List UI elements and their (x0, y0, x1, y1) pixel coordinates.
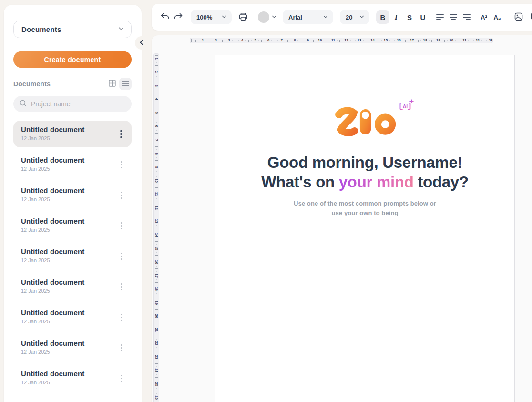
document-kebab-menu-button[interactable] (116, 159, 126, 170)
subscript-button[interactable]: A₂ (491, 10, 504, 24)
workspace-select-value: Documents (21, 25, 118, 33)
document-kebab-menu-button[interactable] (116, 251, 126, 261)
document-title: Untitled document (21, 278, 124, 286)
subtitle-line1: Use one of the most common prompts below… (294, 200, 436, 207)
list-view-button[interactable] (119, 78, 132, 90)
italic-button[interactable]: I (389, 10, 403, 24)
document-kebab-menu-button[interactable] (116, 129, 126, 139)
greeting-heading: Good morning, Username! What's on your m… (261, 153, 469, 192)
document-title: Untitled document (21, 370, 124, 378)
insert-table-button[interactable] (528, 10, 532, 24)
chevron-down-icon (323, 14, 328, 21)
printer-icon (238, 12, 248, 23)
list-view-icon (122, 81, 129, 88)
align-left-button[interactable] (433, 10, 447, 24)
document-kebab-menu-button[interactable] (116, 312, 126, 322)
text-color-picker[interactable] (258, 11, 277, 23)
document-date: 12 Jan 2025 (21, 380, 124, 385)
documents-list-header-label: Documents (13, 80, 106, 88)
document-list-item[interactable]: Untitled document 12 Jan 2025 (13, 182, 132, 208)
document-list-item[interactable]: Untitled document 12 Jan 2025 (13, 121, 132, 147)
align-right-icon (463, 14, 471, 20)
document-kebab-menu-button[interactable] (116, 190, 126, 200)
document-date: 12 Jan 2025 (21, 288, 124, 294)
chevron-down-icon (118, 25, 124, 34)
subtitle-line2: use your own to being (331, 209, 398, 216)
greeting-line1: Good morning, Username! (267, 154, 462, 171)
bold-button[interactable]: B (376, 10, 389, 24)
document-list-item[interactable]: Untitled document 12 Jan 2025 (13, 334, 132, 361)
document-kebab-menu-button[interactable] (116, 342, 126, 353)
editor-area: 1234567891011121314151617181920212223 12… (152, 35, 532, 402)
create-document-button[interactable]: Create document (13, 51, 132, 68)
document-date: 12 Jan 2025 (21, 349, 124, 355)
greeting-highlight: your mind (339, 173, 414, 191)
plus-sparkle-icon (410, 100, 413, 103)
grid-view-icon (108, 79, 116, 89)
font-size-value: 20 (346, 14, 359, 21)
document-kebab-menu-button[interactable] (116, 281, 126, 292)
horizontal-ruler: 1234567891011121314151617181920212223 (190, 38, 493, 43)
document-list-item[interactable]: Untitled document 12 Jan 2025 (13, 365, 132, 392)
document-title: Untitled document (21, 339, 124, 347)
toolbar-divider (254, 10, 254, 24)
svg-text:AI: AI (402, 103, 408, 109)
search-icon (20, 100, 27, 109)
document-title: Untitled document (21, 309, 124, 317)
document-title: Untitled document (21, 125, 124, 134)
document-title: Untitled document (21, 156, 124, 164)
document-list-item[interactable]: Untitled document 12 Jan 2025 (13, 304, 132, 330)
undo-button[interactable] (158, 10, 172, 24)
greeting-subtitle: Use one of the most common prompts below… (294, 199, 436, 218)
greeting-line2-suffix: today? (414, 173, 469, 191)
document-list-item[interactable]: Untitled document 12 Jan 2025 (13, 151, 132, 178)
image-icon (514, 12, 523, 23)
align-left-icon (436, 14, 444, 20)
search-input[interactable] (31, 100, 126, 108)
greeting-line2-prefix: What's on (261, 173, 339, 191)
search-box (13, 96, 132, 112)
kebab-icon (121, 314, 122, 315)
underline-button[interactable]: U (416, 10, 430, 24)
align-right-button[interactable] (460, 10, 473, 24)
document-date: 12 Jan 2025 (21, 258, 124, 263)
document-kebab-menu-button[interactable] (116, 220, 126, 231)
document-list-item[interactable]: Untitled document 12 Jan 2025 (13, 212, 132, 239)
document-kebab-menu-button[interactable] (116, 373, 126, 383)
undo-icon (160, 13, 170, 22)
align-center-icon (450, 14, 457, 20)
ai-badge: AI (397, 99, 414, 116)
color-swatch-circle (258, 11, 269, 23)
vertical-ruler: 1234567891011121314151617181920212223242… (153, 53, 159, 402)
table-add-icon (530, 12, 532, 23)
align-center-button[interactable] (447, 10, 460, 24)
zoom-select[interactable]: 100% (191, 10, 232, 24)
kebab-icon (121, 283, 122, 285)
toolbar-divider (508, 10, 508, 24)
kebab-icon (120, 130, 122, 132)
redo-button[interactable] (172, 10, 185, 24)
document-list-item[interactable]: Untitled document 12 Jan 2025 (13, 273, 132, 300)
font-size-select[interactable]: 20 (340, 10, 369, 24)
superscript-button[interactable]: A² (477, 10, 491, 24)
document-title: Untitled document (21, 247, 124, 256)
insert-image-button[interactable] (512, 10, 525, 24)
sidebar-collapse-button[interactable] (135, 36, 148, 50)
zio-logo-mark (332, 107, 398, 136)
document-list: Untitled document 12 Jan 2025 Untitled d… (13, 121, 132, 392)
chevron-left-icon (139, 40, 144, 47)
strikethrough-button[interactable]: S (403, 10, 416, 24)
redo-icon (174, 13, 183, 22)
documents-list-header: Documents (13, 78, 132, 90)
grid-view-button[interactable] (106, 78, 118, 90)
kebab-icon (121, 375, 122, 376)
document-list-item[interactable]: Untitled document 12 Jan 2025 (13, 243, 132, 269)
document-page[interactable]: AI Good morning, Username! What's on you… (215, 55, 515, 402)
document-date: 12 Jan 2025 (21, 135, 124, 141)
chevron-down-icon (359, 14, 365, 21)
print-button[interactable] (236, 10, 250, 24)
editor-toolbar: 100% Arial 20 B I S U (152, 4, 532, 31)
workspace-select[interactable]: Documents (13, 21, 132, 38)
font-family-select[interactable]: Arial (283, 10, 333, 24)
font-family-value: Arial (288, 14, 323, 21)
